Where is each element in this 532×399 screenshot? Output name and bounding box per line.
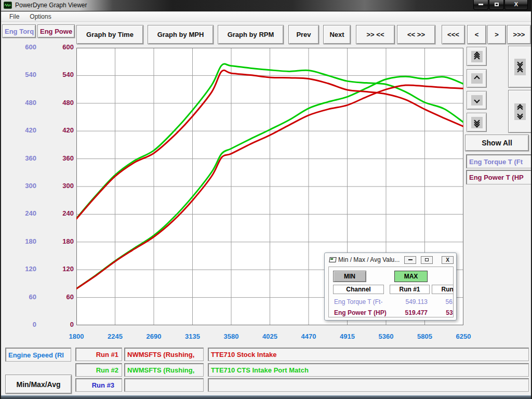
y-tick-power-420: 420 <box>43 126 74 134</box>
column-header-run1: Run #1 <box>390 285 430 294</box>
y-tick-torque-540: 540 <box>5 71 36 78</box>
x-tick-4915: 4915 <box>332 332 363 340</box>
scroll-far-right-button[interactable]: >>> <box>507 25 531 44</box>
y-tick-torque-360: 360 <box>5 154 36 162</box>
graph-by-rpm-button[interactable]: Graph by RPM <box>218 25 284 44</box>
minimize-icon <box>408 259 413 260</box>
titlebar[interactable]: PowerDyne Graph Viewer X <box>1 0 531 11</box>
power-channel-box[interactable]: Eng Power T (HP <box>466 170 531 184</box>
minmax-window[interactable]: Min / Max / Avg Valu... X MIN MAX Channe… <box>324 252 457 321</box>
y-scale-up-fast-button[interactable] <box>467 47 487 66</box>
zoom-out-button[interactable]: << >> <box>397 25 435 44</box>
y-tick-torque-240: 240 <box>5 209 36 217</box>
column-header-channel: Channel <box>333 285 384 294</box>
run3-desc-box[interactable] <box>208 378 529 392</box>
powerdyne-window: PowerDyne Graph Viewer X File Options En… <box>0 0 532 399</box>
y-tick-power-300: 300 <box>43 182 74 190</box>
power-channel-name: Eng Power T (HP) <box>334 309 387 316</box>
triple-up-chevron-icon <box>471 51 483 62</box>
minmax-minimize-button[interactable] <box>404 256 416 264</box>
triple-down-chevron-icon <box>471 117 483 128</box>
minmax-window-title: Min / Max / Avg Valu... <box>338 256 400 263</box>
x-tick-4025: 4025 <box>255 332 286 340</box>
min-toggle-button[interactable]: MIN <box>333 271 366 282</box>
restore-button[interactable] <box>489 0 504 10</box>
minmax-window-icon <box>329 257 336 262</box>
y-tick-torque-420: 420 <box>5 126 36 134</box>
power-run2-max: 539.311 <box>433 309 454 316</box>
minimize-button[interactable] <box>473 0 488 10</box>
torque-run2-max: 562.362 <box>433 298 454 305</box>
y-tick-torque-0: 0 <box>5 321 36 328</box>
x-axis-channel-box[interactable]: Engine Speed (RI <box>5 348 71 362</box>
x-tick-5805: 5805 <box>409 332 441 340</box>
y-tick-torque-480: 480 <box>5 99 36 107</box>
y-scale-down-button[interactable] <box>467 91 487 110</box>
menubar: File Options <box>1 12 531 22</box>
y-tick-torque-300: 300 <box>5 182 36 190</box>
y-tick-power-600: 600 <box>43 43 74 51</box>
run2-desc-box[interactable]: TTE710 CTS Intake Port Match <box>208 363 529 377</box>
run1-desc-box[interactable]: TTE710 Stock Intake <box>208 348 529 361</box>
menu-options[interactable]: Options <box>25 12 55 21</box>
zoom-in-button[interactable]: >> << <box>356 25 395 44</box>
down-chevron-icon <box>471 95 483 105</box>
y-tick-power-480: 480 <box>43 99 74 107</box>
y-scale-down-fast-button[interactable] <box>467 113 487 132</box>
y-tick-torque-180: 180 <box>5 237 36 245</box>
graph-by-mph-button[interactable]: Graph by MPH <box>148 25 214 44</box>
menu-file[interactable]: File <box>5 12 23 21</box>
close-button[interactable]: X <box>504 0 528 10</box>
y-tick-power-60: 60 <box>43 293 74 301</box>
graph-by-time-button[interactable]: Graph by Time <box>76 25 143 44</box>
x-tick-6250: 6250 <box>448 332 479 340</box>
restore-icon <box>425 258 429 261</box>
y-tick-torque-600: 600 <box>5 43 36 51</box>
y-tick-power-180: 180 <box>43 237 74 245</box>
y-expand-button[interactable] <box>508 90 532 133</box>
power-run1-max: 519.477 <box>394 309 428 316</box>
show-all-button[interactable]: Show All <box>465 135 529 151</box>
prev-button[interactable]: Prev <box>288 25 319 44</box>
y-compress-button[interactable] <box>508 46 532 88</box>
run1-name-box[interactable]: NWMSFTS (Rushing, <box>124 348 204 361</box>
y-tick-power-120: 120 <box>43 265 74 273</box>
scroll-right-button[interactable]: > <box>487 25 506 44</box>
y-tick-power-0: 0 <box>43 321 74 328</box>
minmax-restore-button[interactable] <box>421 256 433 264</box>
run3-name-box[interactable] <box>124 378 204 392</box>
power-axis-button[interactable]: Eng Powe <box>37 24 75 38</box>
x-tick-1800: 1800 <box>61 332 92 340</box>
close-icon: X <box>446 257 449 263</box>
minmaxavg-button[interactable]: Min/Max/Avg <box>5 375 72 394</box>
y-tick-power-240: 240 <box>43 209 74 217</box>
torque-channel-name: Eng Torque T (Ft- <box>334 298 382 305</box>
scroll-far-left-button[interactable]: <<< <box>442 25 465 44</box>
y-tick-torque-60: 60 <box>5 293 36 301</box>
up-chevron-icon <box>471 73 483 84</box>
x-tick-4470: 4470 <box>293 332 324 340</box>
restore-icon <box>495 3 499 6</box>
column-header-run2: Run #2 <box>432 285 454 294</box>
x-tick-3580: 3580 <box>216 332 247 340</box>
y-scale-up-button[interactable] <box>467 69 487 88</box>
run2-name-box[interactable]: NWMSFTS (Rushing, <box>124 363 204 377</box>
y-tick-power-540: 540 <box>43 71 74 78</box>
x-tick-5360: 5360 <box>370 332 402 340</box>
torque-axis-button[interactable]: Eng Torq <box>2 24 36 38</box>
y-tick-torque-120: 120 <box>5 265 36 273</box>
run1-label-box: Run #1 <box>75 348 122 361</box>
oscilloscope-icon <box>4 2 12 9</box>
x-tick-3135: 3135 <box>177 332 208 340</box>
close-icon: X <box>514 1 518 7</box>
max-toggle-button[interactable]: MAX <box>394 271 428 282</box>
window-bottom-frame <box>1 395 531 399</box>
minmax-close-button[interactable]: X <box>442 256 454 264</box>
run3-label-box: Run #3 <box>75 378 122 392</box>
torque-channel-box[interactable]: Eng Torque T (Ft <box>466 154 531 168</box>
double-down-double-up-chevron-icon <box>514 59 526 75</box>
scroll-left-button[interactable]: < <box>467 25 486 44</box>
window-title: PowerDyne Graph Viewer <box>15 2 87 9</box>
next-button[interactable]: Next <box>323 25 351 44</box>
y-tick-power-360: 360 <box>43 154 74 162</box>
